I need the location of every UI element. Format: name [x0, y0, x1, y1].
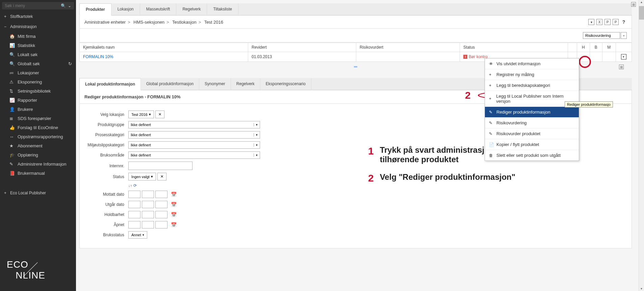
utgar-month[interactable]	[142, 201, 154, 208]
col-risiko[interactable]: Risikovurdert	[356, 43, 460, 52]
help-icon[interactable]: ?	[621, 19, 627, 25]
select-status[interactable]: Ingen valgt▾	[128, 173, 156, 180]
nav-sds[interactable]: ≣SDS forespørsler	[0, 114, 76, 123]
tab-regelverk[interactable]: Regelverk	[176, 3, 207, 15]
chevron-down-icon[interactable]: ⌄	[68, 3, 71, 8]
search-icon[interactable]: 🔍	[61, 3, 66, 8]
nav-opplaering[interactable]: 🎓Opplæring	[0, 150, 76, 160]
nav-abonnement[interactable]: ★Abonnement	[0, 141, 76, 150]
nav-globalt-sok[interactable]: 🔍Globalt søk↻	[0, 59, 76, 68]
scroll-down-icon[interactable]: ▼	[639, 287, 644, 291]
col-m[interactable]: M	[602, 43, 616, 52]
apnet-day[interactable]	[128, 221, 140, 228]
row-action-dropdown[interactable]: ▾	[621, 54, 626, 59]
filter-dropdown-icon[interactable]: ⌄	[621, 32, 627, 39]
nav-mitt-firma[interactable]: 🏠Mitt firma	[0, 32, 76, 41]
col-status[interactable]: Status	[460, 43, 568, 52]
nav-section-publisher[interactable]: + Eco Local Publisher	[0, 188, 76, 198]
sort-icon: ⇅	[9, 89, 15, 94]
clear-status[interactable]: ✕	[157, 173, 166, 180]
mottatt-month[interactable]	[142, 191, 154, 198]
ctx-risikovurdering[interactable]: ✎Risikovurdering	[485, 118, 579, 128]
calendar-icon[interactable]: 📅	[171, 222, 177, 227]
search-input[interactable]	[5, 3, 59, 8]
clear-lokasjon[interactable]: ✕	[155, 111, 164, 118]
select-prosess[interactable]: Ikke definert▾	[128, 131, 260, 139]
nav-section-administrasjon[interactable]: − Administrasjon	[0, 22, 76, 32]
input-internnr[interactable]	[128, 162, 192, 170]
nav-setningsbibliotek[interactable]: ⇅Setningsbibliotek	[0, 87, 76, 96]
calendar-icon[interactable]: 📅	[171, 192, 177, 197]
nav-statistikk[interactable]: 📊Statistikk	[0, 41, 76, 50]
mottatt-year[interactable]	[155, 191, 168, 198]
col-name[interactable]: Kjemikaliets navn	[80, 43, 248, 52]
select-miljo[interactable]: Ikke definert▾	[128, 141, 260, 149]
nav-brukermanual[interactable]: 📕Brukermanual	[0, 169, 76, 178]
product-link[interactable]: FORMALIN 10%	[83, 54, 113, 59]
sort-icon[interactable]: ↓↑	[128, 184, 132, 188]
calendar-icon[interactable]: 📅	[171, 212, 177, 217]
nav-oppstrom[interactable]: ↔Oppstrømsrapportering	[0, 132, 76, 141]
subtab-eksponering[interactable]: Eksponeringsscenario	[260, 78, 311, 90]
trash-icon: 🗑	[489, 153, 494, 158]
mottatt-day[interactable]	[128, 191, 140, 198]
filter-select[interactable]: Risikovurdering	[583, 32, 620, 39]
col-b[interactable]: B	[590, 43, 602, 52]
nav-admin-info[interactable]: ✎Administrere Informasjon	[0, 160, 76, 169]
nav-lokasjoner[interactable]: ≔Lokasjoner	[0, 68, 76, 77]
nav-lokalt-sok[interactable]: 🔍Lokalt søk	[0, 50, 76, 59]
ctx-kopier[interactable]: 📄Kopier / flytt produktet	[485, 139, 579, 150]
select-produktgruppe[interactable]: Ikke definert▾	[128, 121, 260, 128]
nav-forslag[interactable]: 👍Forslag til EcoOnline	[0, 123, 76, 132]
holdbarhet-year[interactable]	[155, 211, 168, 218]
tab-lokasjon[interactable]: Lokasjon	[111, 3, 140, 15]
ctx-registrer-maling[interactable]: +Registrer ny måling	[485, 69, 579, 80]
sidebar: 🔍 ⌄ + Stoffkartotek − Administrasjon 🏠Mi…	[0, 0, 76, 291]
warning-icon: ⚠	[9, 79, 15, 84]
calendar-icon[interactable]: 📅	[171, 202, 177, 207]
export-pdf2-icon[interactable]: P	[613, 19, 619, 25]
ctx-legg-beredskap[interactable]: +Legg til beredskapskategori	[485, 80, 579, 91]
ctx-risikovurder[interactable]: ✎Risikovurder produktet	[485, 128, 579, 139]
subtab-synonymer[interactable]: Synonymer	[199, 78, 231, 90]
plus-icon: +	[489, 96, 493, 101]
utgar-day[interactable]	[128, 201, 140, 208]
nav-eksponering[interactable]: ⚠Eksponering	[0, 77, 76, 87]
apnet-month[interactable]	[142, 221, 154, 228]
ctx-rediger[interactable]: ✎Rediger produktinformasjon	[485, 107, 579, 118]
nav-brukere[interactable]: 👤Brukere	[0, 105, 76, 114]
ctx-slett[interactable]: 🗑Slett eller sett produkt som utgått	[485, 150, 579, 161]
scroll-up-icon[interactable]: ▲	[639, 0, 644, 4]
reload-icon[interactable]: ⟳	[133, 183, 137, 188]
chevron-down-icon: ▾	[254, 143, 258, 147]
holdbarhet-day[interactable]	[128, 211, 140, 218]
refresh-icon[interactable]: ↻	[68, 61, 72, 66]
export-excel-icon[interactable]: X	[596, 19, 602, 25]
tab-tiltaksliste[interactable]: Tiltaksliste	[207, 3, 238, 15]
subtab-lokal[interactable]: Lokal produktinformasjon	[79, 78, 141, 90]
scrollbar-thumb[interactable]	[639, 6, 644, 20]
export-pdf-icon[interactable]: P	[604, 19, 611, 25]
select-bruksstatus[interactable]: Annet▾	[128, 231, 147, 239]
select-lokasjon[interactable]: Test 2016▾	[128, 111, 154, 118]
holdbarhet-month[interactable]	[142, 211, 154, 218]
tab-produkter[interactable]: Produkter	[79, 3, 111, 16]
select-bruksomrade[interactable]: Ikke definert▾	[128, 151, 260, 159]
apnet-year[interactable]	[155, 221, 168, 228]
expand-lower-icon[interactable]: ⊞	[619, 65, 624, 69]
col-h[interactable]: H	[577, 43, 590, 52]
col-revidert[interactable]: Revidert	[248, 43, 356, 52]
context-menu: 👁Vis utvidet informasjon +Registrer ny m…	[485, 58, 579, 161]
label-miljo: Miljøutslippskategori	[84, 143, 128, 147]
scrollbar[interactable]: ▲ ▼	[639, 0, 644, 291]
nav-section-stoffkartotek[interactable]: + Stoffkartotek	[0, 11, 76, 22]
utgar-year[interactable]	[155, 201, 168, 208]
ctx-vis-utvidet[interactable]: 👁Vis utvidet informasjon	[485, 58, 579, 69]
action-dropdown-icon[interactable]: ▾	[588, 19, 594, 25]
sidebar-search[interactable]: 🔍 ⌄	[2, 2, 74, 9]
expand-panel-icon[interactable]: ⊞	[631, 2, 636, 7]
subtab-global[interactable]: Global produktinformasjon	[141, 78, 199, 90]
tab-masseutskrift[interactable]: Masseutskrift	[140, 3, 177, 15]
subtab-regelverk[interactable]: Regelverk	[231, 78, 260, 90]
nav-rapporter[interactable]: 📈Rapporter	[0, 96, 76, 105]
